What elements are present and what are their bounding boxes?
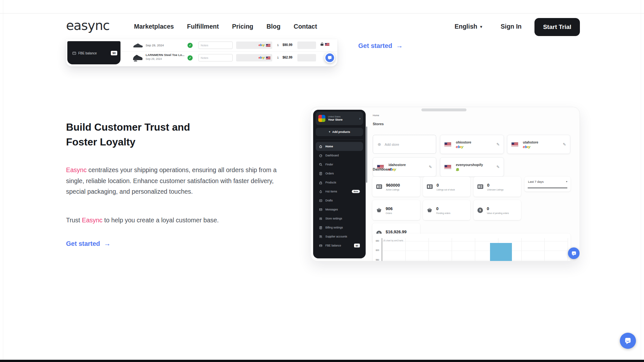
envelope-icon [319, 208, 322, 211]
caret-down-icon: ▾ [480, 24, 482, 29]
listings-icon [376, 184, 382, 189]
drafts-icon [319, 199, 322, 202]
marketplace-pill: ebay [236, 42, 272, 49]
y-axis-tick: 650 [373, 240, 379, 242]
paragraph-text: Trust [66, 217, 82, 224]
users-icon [319, 235, 322, 238]
basket-icon [376, 208, 382, 213]
sidebar-menu: Home Dashboard Finder Orders Products [313, 142, 366, 250]
nav-pricing[interactable]: Pricing [232, 23, 253, 30]
sidebar-item-fbe-balance[interactable]: FBE balance $0 [316, 241, 363, 250]
sidebar-item-orders[interactable]: Orders [316, 169, 363, 178]
order-price: $62.99 [283, 56, 293, 59]
sliders-icon [319, 217, 322, 220]
caret-down-icon: ▾ [566, 180, 567, 183]
store-card-evenyourshopify[interactable]: evenyourshopify ✎ [440, 157, 504, 177]
nav-blog[interactable]: Blog [266, 23, 280, 30]
chevron-right-icon: › [359, 116, 360, 120]
sidebar-item-drafts[interactable]: Drafts [316, 196, 363, 205]
select-underline [528, 188, 567, 188]
get-started-label: Get started [66, 240, 100, 247]
language-selector[interactable]: English ▾ [455, 23, 482, 30]
notes-input[interactable] [198, 54, 233, 61]
sidebar-item-dashboard[interactable]: Dashboard [316, 151, 363, 160]
edit-pencil-icon[interactable]: ✎ [496, 165, 500, 169]
sidebar-item-billing-settings[interactable]: Billing settings [316, 223, 363, 232]
stat-value-of-pending-orders: $ 0Value of pending orders [474, 200, 521, 220]
store-card-name: idahostore [389, 163, 406, 167]
stat-active-listings: 960000Active Listings [372, 177, 420, 197]
stat-listings-out-of-stock: 0Listings out of stock [423, 177, 470, 197]
chat-widget-button[interactable] [324, 52, 335, 63]
date-range-select[interactable]: Last 7 days ▾ [524, 177, 571, 191]
balance-badge: $0 [354, 244, 360, 247]
edit-pencil-icon[interactable]: ✎ [429, 165, 432, 169]
listings-icon [477, 184, 483, 189]
date-range-value: Last 7 days [528, 180, 544, 183]
product-shoe-image [132, 53, 143, 62]
nav-fulfillment[interactable]: Fulfillment [187, 23, 219, 30]
chat-icon [624, 337, 632, 345]
sidebar-fragment: FBE balance $0 [67, 41, 120, 64]
app-screenshot-fragment: FBE balance $0 Sep 29, 2024 ✓ ebay 1 $90… [66, 39, 337, 66]
edit-pencil-icon[interactable]: ✎ [563, 142, 566, 147]
store-card-ohiostore[interactable]: ohiostore ebay ✎ [440, 135, 504, 154]
lock-icon [321, 42, 323, 46]
status-check-icon: ✓ [187, 43, 193, 48]
chat-widget-button[interactable] [568, 247, 580, 259]
sidebar-item-store-settings[interactable]: Store settings [316, 214, 363, 223]
sidebar-item-label: Drafts [325, 199, 333, 202]
edit-pencil-icon[interactable]: ✎ [496, 142, 500, 147]
stat-label: Unknown Listings [487, 189, 504, 191]
sidebar-item-home[interactable]: Home [316, 142, 363, 151]
sidebar-item-label: Products [325, 181, 336, 184]
stores-title: Stores [373, 122, 384, 126]
get-started-link-top[interactable]: Get started → [358, 42, 403, 50]
add-store-card[interactable]: ⊕ Add store [373, 135, 436, 154]
shopify-icon [456, 168, 459, 171]
stat-label: Listings out of stock [437, 189, 455, 191]
page: easync Marketplaces Fulfillment Pricing … [0, 0, 644, 362]
nav-contact[interactable]: Contact [294, 23, 317, 30]
intercom-chat-button[interactable] [620, 333, 636, 349]
fbe-balance-label: FBE balance [78, 51, 97, 55]
easync-logo[interactable]: easync [66, 18, 110, 33]
row-divider [121, 51, 337, 52]
sidebar-item-products[interactable]: Products [316, 178, 363, 187]
stat-value: 0 [436, 206, 450, 211]
sidebar-item-supplier-accounts[interactable]: Supplier accounts [316, 232, 363, 241]
stat-orders: 906Orders [372, 200, 420, 220]
right-frame-line [641, 0, 641, 362]
store-card-idahostore[interactable]: idahostore ebay ✎ [373, 157, 436, 177]
stat-pending-orders: 0Pending orders [423, 200, 470, 220]
sidebar-item-hot-items[interactable]: Hot Items Beta [316, 187, 363, 196]
notes-input[interactable] [198, 42, 233, 49]
sidebar-item-finder[interactable]: Finder [316, 160, 363, 169]
stat-value: 960000 [386, 183, 400, 188]
sidebar-item-messages[interactable]: Messages [316, 205, 363, 214]
store-selector[interactable]: United States Your Store › [316, 112, 363, 125]
store-card-utahstore[interactable]: utahstore ebay ✎ [507, 135, 570, 154]
sidebar-item-label: Hot Items [325, 190, 337, 193]
ebay-logo: ebay [523, 145, 538, 149]
flame-icon [319, 190, 322, 193]
nav-marketplaces[interactable]: Marketplaces [134, 23, 174, 30]
get-started-link-section[interactable]: Get started → [66, 240, 111, 247]
card-icon [319, 244, 322, 247]
add-products-button[interactable]: + Add products [316, 128, 363, 136]
order-date: Sep 29, 2024 [146, 57, 162, 60]
add-products-label: Add products [332, 130, 350, 134]
ebay-logo: ebay [456, 145, 471, 149]
sidebar-item-label: Store settings [325, 217, 342, 220]
us-flag-icon [325, 43, 330, 46]
sidebar-scrollbar[interactable] [366, 126, 367, 183]
us-flag-icon [444, 165, 451, 169]
dashboard-title: Dashboard [373, 167, 391, 171]
listings-icon [427, 184, 433, 189]
store-name: Your Store [328, 118, 342, 121]
add-circle-icon: ⊕ [378, 142, 381, 147]
us-flag-icon [511, 142, 518, 147]
sign-in-link[interactable]: Sign In [501, 23, 522, 30]
chart-plot-area [382, 238, 568, 261]
start-trial-button[interactable]: Start Trial [534, 18, 580, 36]
